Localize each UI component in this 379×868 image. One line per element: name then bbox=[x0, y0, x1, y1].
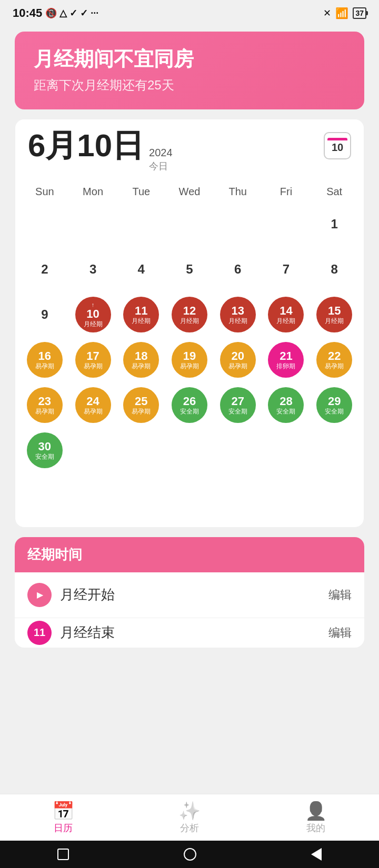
day-cell[interactable]: 23 易孕期 bbox=[21, 384, 69, 426]
day-cell[interactable]: 27 安全期 bbox=[214, 384, 262, 426]
day-cell[interactable]: 7 bbox=[262, 248, 311, 290]
wifi-icon: 📶 bbox=[335, 7, 348, 19]
period-start-icon bbox=[27, 583, 52, 607]
day-cell[interactable]: 2 bbox=[21, 248, 69, 290]
day-cell bbox=[117, 203, 165, 245]
day-cell[interactable]: 28 安全期 bbox=[262, 384, 311, 426]
day-cell[interactable]: 3 bbox=[69, 248, 117, 290]
day-cell bbox=[262, 203, 311, 245]
tab-mine-icon: 👤 bbox=[305, 802, 327, 820]
weekday-row: Sun Mon Tue Wed Thu Fri Sat bbox=[21, 178, 358, 203]
calendar-card: 6月10日 2024 今日 10 Sun Mon Tue Wed Thu Fri bbox=[15, 119, 364, 528]
period-section: 经期时间 月经开始 编辑 11 月经结束 编辑 bbox=[15, 537, 364, 648]
day-cell bbox=[117, 429, 165, 471]
nav-back-square[interactable] bbox=[57, 849, 69, 860]
period-header: 经期时间 bbox=[15, 537, 364, 572]
day-cell bbox=[165, 203, 214, 245]
weekday-fri: Fri bbox=[262, 183, 311, 201]
tab-mine[interactable]: 👤 我的 bbox=[305, 802, 327, 834]
day-cell[interactable]: 18 易孕期 bbox=[117, 339, 165, 381]
calendar-today-label: 今日 bbox=[149, 160, 173, 173]
tab-bar: 📅 日历 ✨ 分析 👤 我的 bbox=[0, 794, 379, 841]
period-start-edit[interactable]: 编辑 bbox=[328, 587, 352, 603]
day-cell[interactable]: 8 bbox=[310, 248, 358, 290]
weekday-tue: Tue bbox=[117, 183, 165, 201]
weekday-thu: Thu bbox=[214, 183, 262, 201]
day-cell bbox=[310, 429, 358, 471]
period-start-label: 月经开始 bbox=[60, 586, 320, 604]
sim-icon: ✕ bbox=[323, 7, 331, 19]
day-cell[interactable]: 12 月经期 bbox=[165, 294, 214, 336]
calendar-year: 2024 bbox=[149, 145, 173, 160]
signal-icons: 📵 △ ✓ ✓ ··· bbox=[45, 7, 98, 19]
status-right: ✕ 📶 37 bbox=[323, 7, 366, 19]
tab-analysis-icon: ✨ bbox=[178, 802, 201, 820]
day-cell[interactable]: 4 bbox=[117, 248, 165, 290]
day-cell[interactable]: 17 易孕期 bbox=[69, 339, 117, 381]
day-cell[interactable]: 14 月经期 bbox=[262, 294, 311, 336]
day-cell bbox=[262, 429, 311, 471]
day-cell[interactable]: 25 易孕期 bbox=[117, 384, 165, 426]
period-end-icon: 11 bbox=[27, 621, 52, 645]
days-grid: 1 2 3 4 5 6 7 8 9 ↑ 10 月经期 bbox=[21, 203, 358, 517]
day-cell[interactable]: 6 bbox=[214, 248, 262, 290]
tab-analysis[interactable]: ✨ 分析 bbox=[178, 802, 201, 834]
tab-analysis-label: 分析 bbox=[180, 822, 199, 834]
tab-calendar[interactable]: 📅 日历 bbox=[52, 802, 74, 834]
day-cell[interactable]: 5 bbox=[165, 248, 214, 290]
calendar-icon-num: 10 bbox=[332, 142, 343, 154]
day-cell[interactable]: 1 bbox=[310, 203, 358, 245]
day-cell[interactable]: 11 月经期 bbox=[117, 294, 165, 336]
day-cell[interactable]: 19 易孕期 bbox=[165, 339, 214, 381]
calendar-year-today: 2024 今日 bbox=[149, 145, 173, 173]
tab-calendar-icon: 📅 bbox=[52, 802, 74, 820]
calendar-date: 6月10日 2024 今日 bbox=[28, 130, 173, 173]
day-cell[interactable]: 26 安全期 bbox=[165, 384, 214, 426]
top-banner: 月经期间不宜同房 距离下次月经期还有25天 bbox=[15, 32, 364, 109]
day-cell[interactable]: 24 易孕期 bbox=[69, 384, 117, 426]
status-bar: 10:45 📵 △ ✓ ✓ ··· ✕ 📶 37 bbox=[0, 0, 379, 26]
day-cell bbox=[214, 429, 262, 471]
calendar-day-big: 6月10日 bbox=[28, 130, 144, 162]
nav-bar bbox=[0, 841, 379, 868]
day-cell bbox=[165, 429, 214, 471]
period-item-end[interactable]: 11 月经结束 编辑 bbox=[15, 618, 364, 648]
time-display: 10:45 bbox=[13, 6, 42, 20]
day-cell[interactable]: 22 易孕期 bbox=[310, 339, 358, 381]
battery-level: 37 bbox=[355, 9, 364, 17]
day-cell[interactable]: 9 bbox=[21, 294, 69, 336]
period-end-label: 月经结束 bbox=[60, 623, 320, 642]
battery-indicator: 37 bbox=[353, 7, 366, 19]
day-cell[interactable]: 15 月经期 bbox=[310, 294, 358, 336]
banner-subtitle: 距离下次月经期还有25天 bbox=[34, 77, 345, 94]
status-time: 10:45 📵 △ ✓ ✓ ··· bbox=[13, 6, 98, 20]
nav-home-circle[interactable] bbox=[184, 848, 196, 861]
day-cell[interactable]: 13 月经期 bbox=[214, 294, 262, 336]
calendar-icon[interactable]: 10 bbox=[324, 132, 351, 159]
main-content: 月经期间不宜同房 距离下次月经期还有25天 6月10日 2024 今日 10 S… bbox=[0, 26, 379, 648]
day-cell bbox=[69, 429, 117, 471]
day-cell[interactable]: 29 安全期 bbox=[310, 384, 358, 426]
nav-recents-triangle[interactable] bbox=[311, 848, 322, 861]
period-header-title: 经期时间 bbox=[27, 546, 352, 564]
day-cell bbox=[21, 475, 69, 517]
day-cell[interactable]: 20 易孕期 bbox=[214, 339, 262, 381]
day-cell bbox=[69, 203, 117, 245]
period-item-start[interactable]: 月经开始 编辑 bbox=[15, 572, 364, 618]
day-cell[interactable]: 30 安全期 bbox=[21, 429, 69, 471]
weekday-mon: Mon bbox=[69, 183, 117, 201]
day-cell bbox=[214, 203, 262, 245]
weekday-sun: Sun bbox=[21, 183, 69, 201]
tab-mine-label: 我的 bbox=[306, 822, 325, 834]
day-cell[interactable]: 16 易孕期 bbox=[21, 339, 69, 381]
period-end-edit[interactable]: 编辑 bbox=[328, 625, 352, 641]
weekday-sat: Sat bbox=[310, 183, 358, 201]
calendar-grid: Sun Mon Tue Wed Thu Fri Sat 1 2 3 4 5 6 bbox=[15, 178, 364, 527]
tab-calendar-label: 日历 bbox=[54, 822, 73, 834]
day-cell[interactable]: 21 排卵期 bbox=[262, 339, 311, 381]
day-cell[interactable]: ↑ 10 月经期 bbox=[69, 294, 117, 336]
weekday-wed: Wed bbox=[165, 183, 214, 201]
banner-title: 月经期间不宜同房 bbox=[34, 47, 345, 72]
day-cell bbox=[21, 203, 69, 245]
calendar-header: 6月10日 2024 今日 10 bbox=[15, 119, 364, 178]
